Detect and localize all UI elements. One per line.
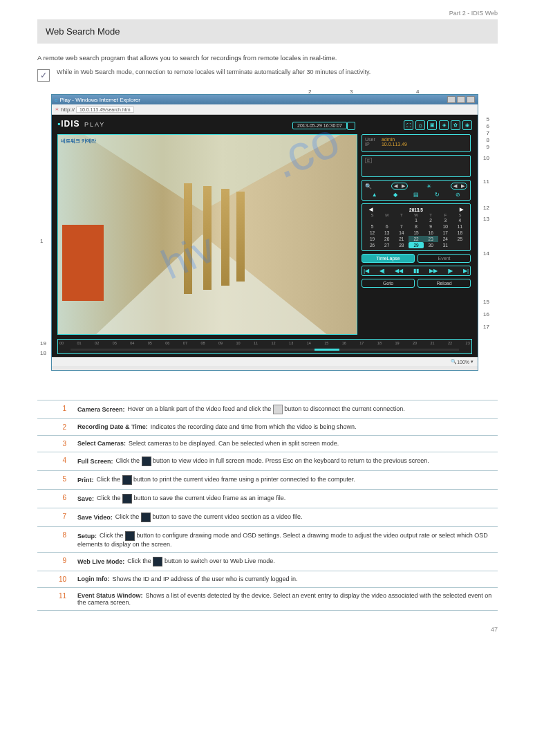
timetable[interactable]: 0001020304050607080910111213141516171819… [57,339,472,354]
cal-day[interactable]: 24 [438,236,453,242]
window-minimize-button[interactable] [447,96,456,103]
section-title: Web Search Mode [37,19,498,44]
window-maximize-button[interactable] [457,96,465,103]
row-label: Save Video: [77,514,115,521]
inline-ui-icon [142,457,151,466]
cal-day[interactable]: 25 [453,236,467,242]
goto-button[interactable]: Goto [362,279,415,288]
print-button[interactable]: ⎙ [415,120,425,130]
cal-day[interactable]: 30 [424,242,438,248]
reload-button[interactable]: Reload [417,279,471,288]
save-video-button[interactable]: ◈ [439,120,449,130]
browser-statusbar: 🔍 100% ▾ [52,357,478,366]
interpolation-icon[interactable]: ↻ [433,192,441,198]
goto-last-button[interactable]: ▶| [463,268,469,274]
cal-day[interactable]: 5 [365,223,379,230]
table-row: 10Login Info:Shows the ID and IP address… [37,571,498,588]
table-row: 2Recording Date & Time:Indicates the rec… [37,419,498,436]
cal-day[interactable]: 3 [438,217,453,223]
page-icon: ✶ [55,107,59,113]
brightness-icon: ☀ [426,183,431,190]
brightness-control[interactable]: ◀▶ [451,183,467,190]
row-content: Camera Screen:Hover on a blank part of t… [73,400,498,419]
camera-screen[interactable]: 네트워크 카메라 [57,134,357,335]
cal-day[interactable]: 26 [365,242,379,248]
forward-button[interactable]: ▶▶ [429,268,438,274]
cal-day[interactable]: 8 [409,223,423,230]
table-row: 8Setup:Click the button to configure dra… [37,527,498,553]
row-number: 3 [37,436,73,452]
cal-day[interactable]: 22 [409,236,423,242]
cal-day[interactable]: 13 [379,230,394,236]
recording-datetime: 2013-05-29 16:30:07 [292,122,347,129]
cal-day[interactable]: 28 [394,242,409,248]
row-content: Event Status Window:Shows a list of even… [73,588,498,611]
cal-day[interactable]: 1 [409,217,423,223]
cal-title: 2013.5 [409,208,423,212]
cal-day[interactable]: 31 [438,242,453,248]
login-info-panel: User admin IP 10.0.113.49 [362,134,471,152]
row-label: Setup: [77,533,100,540]
row-label: Camera Screen: [77,406,128,413]
cal-day[interactable]: 4 [453,217,467,223]
web-live-mode-button[interactable]: ◉ [462,120,472,130]
cal-next-button[interactable]: ▶ [460,207,463,212]
window-close-button[interactable] [467,96,475,103]
table-row: 4Full Screen:Click the button to view vi… [37,452,498,471]
cal-day[interactable]: 12 [365,230,379,236]
blur-icon[interactable]: ◆ [391,192,399,198]
row-label: Login Info: [77,575,112,582]
revert-icon[interactable]: ⊘ [454,192,462,198]
calendar-panel: ◀ 2013.5 ▶ SMTWTFS1234567891011121314151… [362,203,471,251]
setup-button[interactable]: ✿ [451,120,460,130]
timelapse-mode-button[interactable]: TimeLapse [362,254,415,263]
row-number: 2 [37,419,73,436]
row-content: Full Screen:Click the button to view vid… [73,452,498,471]
cal-day[interactable]: 11 [453,223,467,230]
fullscreen-button[interactable]: ⛶ [404,120,413,130]
row-content: Print:Click the button to print the curr… [73,471,498,490]
row-content: Save:Click the button to save the curren… [73,490,498,508]
cal-day[interactable]: 9 [424,223,438,230]
camera-title: 네트워크 카메라 [61,138,96,145]
cal-day[interactable]: 16 [424,230,438,236]
cal-day[interactable]: 19 [365,236,379,242]
rewind-button[interactable]: ◀◀ [395,268,403,274]
cal-day[interactable]: 6 [379,223,394,230]
row-label: Save: [77,495,97,502]
cal-day[interactable]: 27 [379,242,394,248]
cal-day[interactable]: 10 [438,223,453,230]
save-image-button[interactable]: ▣ [427,120,437,130]
url-field[interactable]: 10.0.113.49/search.htm [76,107,134,113]
play-pause-button[interactable]: ▮▮ [413,268,419,274]
cal-day[interactable]: 23 [424,236,438,242]
event-status-panel: E [362,155,471,177]
event-mode-button[interactable]: Event [417,254,471,263]
cal-day[interactable]: 18 [453,230,467,236]
cal-day[interactable]: 2 [424,217,438,223]
row-content: Select Cameras:Select cameras to be disp… [73,436,498,452]
table-row: 11Event Status Window:Shows a list of ev… [37,588,498,611]
step-forward-button[interactable]: |▶ [447,268,453,274]
cal-day[interactable]: 7 [394,223,409,230]
zoom-icon: 🔍 [451,359,457,365]
table-row: 7Save Video:Click the button to save the… [37,508,498,527]
cal-day[interactable]: 20 [379,236,394,242]
cal-day[interactable]: 17 [438,230,453,236]
cal-day[interactable]: 29 [409,242,423,248]
equalize-icon[interactable]: ▤ [412,192,420,198]
sharpen-icon[interactable]: ▲ [370,192,378,198]
cal-day[interactable]: 15 [409,230,423,236]
table-row: 3Select Cameras:Select cameras to be dis… [37,436,498,452]
brand-logo: ▪IDIS PLAY [57,119,105,129]
goto-first-button[interactable]: |◀ [364,268,369,274]
row-number: 1 [37,400,73,419]
select-cameras-button[interactable] [347,122,355,130]
cal-day[interactable]: 21 [394,236,409,242]
row-content: Web Live Mode:Click the button to switch… [73,553,498,571]
row-number: 5 [37,471,73,490]
zoom-control[interactable]: ◀▶ [391,183,408,190]
cal-prev-button[interactable]: ◀ [369,207,373,212]
cal-day[interactable]: 14 [394,230,409,236]
step-back-button[interactable]: ◀| [379,268,385,274]
